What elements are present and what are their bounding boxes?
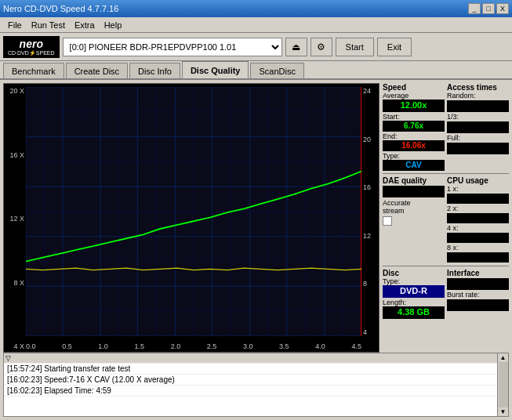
log-expand-icon[interactable]: ▽ — [5, 354, 11, 362]
tab-disc-quality[interactable]: Disc Quality — [182, 61, 249, 78]
accurate-label: Accurate — [383, 199, 445, 207]
tab-scan-disc[interactable]: ScanDisc — [250, 63, 303, 78]
cpu-4x-value — [447, 233, 509, 243]
disc-length-label: Length: — [383, 299, 445, 306]
nero-logo-subtitle: CD·DVD⚡SPEED — [8, 50, 55, 56]
tab-bar: Benchmark Create Disc Disc Info Disc Qua… — [0, 61, 512, 80]
disc-type-label: Type: — [383, 277, 445, 285]
y-label-20x: 20 X — [4, 87, 26, 95]
interface-section: Interface Burst rate: — [447, 269, 509, 319]
content-row: 20 X 16 X 12 X 8 X 4 X — [0, 80, 512, 353]
cpu-8x-label: 8 x: — [447, 244, 509, 252]
nero-logo: nero CD·DVD⚡SPEED — [3, 36, 60, 58]
cpu-4x-label: 4 x: — [447, 224, 509, 232]
cpu-2x-label: 2 x: — [447, 205, 509, 212]
x-label-25: 2.5 — [207, 342, 217, 350]
y-axis-right: 24 20 16 12 8 4 — [361, 87, 379, 336]
main-content: 20 X 16 X 12 X 8 X 4 X — [0, 80, 512, 420]
y-right-12: 12 — [361, 232, 379, 240]
interface-title: Interface — [447, 269, 509, 277]
drive-select[interactable]: [0:0] PIONEER BDR-PR1EPDVPP100 1.01 — [63, 38, 282, 56]
speed-type-label: Type: — [383, 152, 445, 160]
toolbar: nero CD·DVD⚡SPEED [0:0] PIONEER BDR-PR1E… — [0, 33, 512, 61]
maximize-button[interactable]: □ — [482, 3, 495, 14]
cpu-8x-value — [447, 252, 509, 262]
x-axis: 0.0 0.5 1.0 1.5 2.0 2.5 3.0 3.5 4.0 4.5 — [26, 342, 361, 350]
access-times-section: Access times Random: 1/3: Full: — [447, 83, 509, 171]
x-label-15: 1.5 — [134, 342, 144, 350]
dae-cpu-row: DAE quality Accurate stream CPU usage 1 … — [383, 176, 509, 263]
chart-container: 20 X 16 X 12 X 8 X 4 X — [3, 83, 379, 353]
start-button[interactable]: Start — [336, 38, 374, 56]
exit-button[interactable]: Exit — [377, 38, 412, 56]
dae-title: DAE quality — [383, 176, 445, 185]
options-icon-button[interactable]: ⚙ — [310, 38, 332, 56]
x-label-20: 2.0 — [171, 342, 181, 350]
minimize-button[interactable]: _ — [468, 3, 481, 14]
divider-2 — [383, 266, 509, 266]
cpu-section: CPU usage 1 x: 2 x: 4 x: 8 x: — [447, 176, 509, 263]
disc-section: Disc Type: DVD-R Length: 4.38 GB — [383, 269, 445, 319]
scrollbar-thumb[interactable] — [499, 362, 508, 407]
speed-end-label: End: — [383, 132, 445, 140]
y-label-16x: 16 X — [4, 151, 26, 159]
eject-icon-button[interactable]: ⏏ — [285, 38, 307, 56]
tab-create-disc[interactable]: Create Disc — [66, 63, 128, 78]
disc-type-value: DVD-R — [383, 285, 445, 298]
right-panel: Speed Average 12.00x Start: 6.76x End: 1… — [383, 80, 512, 353]
close-button[interactable]: X — [496, 3, 509, 14]
burst-label: Burst rate: — [447, 291, 509, 299]
access-title: Access times — [447, 83, 509, 92]
log-area: ▽ [15:57:24] Starting transfer rate test… — [3, 353, 509, 417]
speed-average-value: 12.00x — [383, 100, 445, 112]
speed-start-value: 6.76x — [383, 121, 445, 132]
divider-1 — [383, 173, 509, 174]
chart-svg — [26, 87, 361, 336]
accurate-checkbox-row — [383, 216, 445, 226]
speed-section: Speed Average 12.00x Start: 6.76x End: 1… — [383, 83, 445, 171]
stream-label: stream — [383, 207, 445, 215]
log-container: ▽ [15:57:24] Starting transfer rate test… — [3, 353, 498, 417]
log-scrollbar[interactable]: ▲ ▼ — [498, 353, 509, 417]
cpu-title: CPU usage — [447, 176, 509, 185]
menu-file[interactable]: File — [3, 20, 27, 31]
x-label-05: 0.5 — [62, 342, 72, 350]
burst-value — [447, 299, 509, 311]
access-onethird-value — [447, 121, 509, 133]
dae-value — [383, 186, 445, 197]
x-label-35: 3.5 — [279, 342, 289, 350]
speed-average-label: Average — [383, 92, 445, 100]
tab-benchmark[interactable]: Benchmark — [3, 63, 64, 78]
access-random-label: Random: — [447, 92, 509, 100]
dae-section: DAE quality Accurate stream — [383, 176, 445, 263]
speed-end-value: 16.06x — [383, 140, 445, 151]
y-right-20: 20 — [361, 136, 379, 143]
access-random-value — [447, 100, 509, 112]
y-right-4: 4 — [361, 328, 379, 336]
menu-runtest[interactable]: Run Test — [27, 20, 70, 31]
y-label-4x: 4 X — [4, 342, 26, 350]
x-label-30: 3.0 — [243, 342, 253, 350]
menu-help[interactable]: Help — [100, 20, 127, 31]
disc-interface-row: Disc Type: DVD-R Length: 4.38 GB Interfa… — [383, 269, 509, 319]
cpu-1x-value — [447, 194, 509, 204]
menu-extra[interactable]: Extra — [70, 20, 100, 31]
access-full-label: Full: — [447, 134, 509, 142]
log-line-1: [15:57:24] Starting transfer rate test — [4, 364, 497, 375]
cpu-2x-value — [447, 213, 509, 223]
tab-disc-info[interactable]: Disc Info — [129, 63, 180, 78]
menubar: File Run Test Extra Help — [0, 17, 512, 33]
log-line-2: [16:02:23] Speed:7-16 X CAV (12.00 X ave… — [4, 375, 497, 386]
speed-access-row: Speed Average 12.00x Start: 6.76x End: 1… — [383, 83, 509, 171]
accurate-checkbox[interactable] — [383, 216, 392, 226]
titlebar: Nero CD-DVD Speed 4.7.7.16 _ □ X — [0, 0, 512, 17]
y-right-24: 24 — [361, 87, 379, 95]
x-label-10: 1.0 — [98, 342, 108, 350]
x-label-00: 0.0 — [26, 342, 36, 350]
scrollbar-down[interactable]: ▼ — [500, 408, 507, 415]
window-controls[interactable]: _ □ X — [468, 3, 509, 14]
scrollbar-up[interactable]: ▲ — [500, 354, 507, 361]
x-label-45: 4.5 — [351, 342, 361, 350]
y-label-12x: 12 X — [4, 215, 26, 223]
y-axis-left: 20 X 16 X 12 X 8 X 4 X — [4, 87, 26, 350]
